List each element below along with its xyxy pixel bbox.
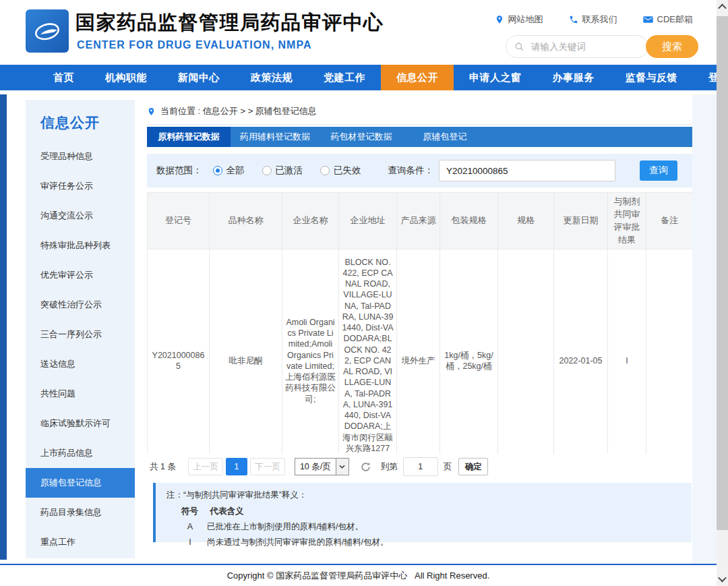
current-page-button[interactable]: 1 [226,458,247,475]
note-meaning-header: 代表含义 [210,506,243,516]
table-cell-7 [498,250,554,454]
nav-item-4[interactable]: 政策法规 [235,65,308,90]
chevron-down-scroll-icon [718,574,727,583]
quick-links: 网站地图联系我们CDE邮箱 [495,13,693,26]
column-header-7: 规格 [498,193,554,250]
nav-item-1[interactable]: 首页 [38,65,90,90]
page-title: 国家药品监督管理局药品审评中心 [75,9,384,36]
radio-icon [213,166,222,175]
column-header-5: 产品来源 [397,193,440,250]
column-header-6: 包装规格 [440,193,498,250]
scroll-down-button[interactable] [717,573,728,585]
sidebar-item-9[interactable]: 共性问题 [26,379,135,409]
sidebar-item-7[interactable]: 三合一序列公示 [26,320,135,349]
search-input[interactable] [530,41,652,53]
sidebar-item-11[interactable]: 上市药品信息 [26,438,135,468]
copyright-text: Copyright © 国家药品监督管理局药品审评中心 All Right Re… [227,570,490,582]
tab-3[interactable]: 药包材登记数据 [320,127,403,147]
nav-item-8[interactable]: 办事服务 [537,65,610,90]
radio-icon [320,166,330,175]
note-symbol-header: 符号 [181,506,198,516]
total-count: 共 1 条 [150,461,176,473]
sidebar-item-3[interactable]: 沟通交流公示 [26,201,135,231]
nav-item-6[interactable]: 信息公开 [381,65,454,90]
mail-icon [643,16,653,24]
next-page-button[interactable]: 下一页 [250,458,285,475]
note-meaning: 已批准在上市制剂使用的原料/辅料/包材。 [207,522,363,531]
table-cell-3: Amoli Organics Private Limited;Amoli Org… [282,250,339,454]
note-title: 注：“与制剂共同审评审批结果”释义： [166,490,692,501]
nav-item-7[interactable]: 申请人之窗 [454,65,537,90]
query-input[interactable] [439,160,615,181]
phone-icon [569,15,578,24]
site-header: 国家药品监督管理局药品审评中心 CENTER FOR DRUG EVALUATI… [0,0,728,65]
tab-bar: 原料药登记数据药用辅料登记数据药包材登记数据原辅包登记 [147,127,692,147]
column-header-9: 与制剂共同审评审批结果 [608,193,646,250]
tab-2[interactable]: 药用辅料登记数据 [231,127,320,147]
note-meaning: 尚未通过与制剂共同审评审批的原料/辅料/包材。 [207,537,388,547]
table-cell-2: 吡非尼酮 [210,250,282,454]
table-cell-1: Y20210000865 [148,250,210,454]
page: 国家药品监督管理局药品审评中心 CENTER FOR DRUG EVALUATI… [0,0,728,586]
sidebar-item-1[interactable]: 受理品种信息 [26,142,135,171]
scope-option-1[interactable]: 全部 [213,165,245,177]
quick-link-3[interactable]: CDE邮箱 [643,13,693,26]
sidebar-item-12[interactable]: 原辅包登记信息 [26,468,135,498]
tab-4[interactable]: 原辅包登记 [403,127,487,147]
location-pin-icon [147,107,156,117]
note-symbol: I [181,537,199,547]
query-label: 查询条件： [388,165,434,177]
confirm-button[interactable]: 确定 [458,458,488,475]
vertical-scrollbar[interactable] [717,0,728,586]
goto-page-input[interactable] [403,457,438,476]
sidebar-item-5[interactable]: 优先审评公示 [26,260,135,290]
search-button[interactable]: 搜索 [646,35,698,58]
note-rows: A已批准在上市制剂使用的原料/辅料/包材。I尚未通过与制剂共同审评审批的原料/辅… [166,521,692,548]
sidebar-item-6[interactable]: 突破性治疗公示 [26,290,135,320]
scope-option-2[interactable]: 已激活 [262,165,303,177]
nav-item-9[interactable]: 监督与反馈 [610,65,694,90]
scrollbar-thumb[interactable] [717,16,728,530]
page-size-select[interactable]: 10 条/页 [295,458,349,475]
sidebar-item-14[interactable]: 重点工作 [26,527,135,557]
quick-link-1[interactable]: 网站地图 [495,13,543,26]
chevron-up-icon [718,4,727,13]
column-header-10: 备注 [646,193,693,250]
data-table: 登记号品种名称企业名称企业地址产品来源包装规格规格更新日期与制剂共同审评审批结果… [147,192,692,454]
sidebar: 信息公开 受理品种信息审评任务公示沟通交流公示特殊审批品种列表优先审评公示突破性… [26,100,135,558]
column-header-8: 更新日期 [554,193,608,250]
prev-page-button[interactable]: 上一页 [188,458,223,475]
sidebar-item-13[interactable]: 药品目录集信息 [26,498,135,527]
filter-bar: 数据范围： 全部已激活已失效 查询条件： 查询 [147,154,692,187]
note-symbol: A [181,522,199,531]
tab-1[interactable]: 原料药登记数据 [147,127,231,147]
sidebar-item-4[interactable]: 特殊审批品种列表 [26,231,135,260]
goto-label: 到第 [381,461,398,473]
sidebar-item-10[interactable]: 临床试验默示许可 [26,409,135,438]
map-pin-icon [495,15,504,24]
note-row-1: A已批准在上市制剂使用的原料/辅料/包材。 [166,521,692,533]
sidebar-item-2[interactable]: 审评任务公示 [26,171,135,201]
search-box[interactable] [506,35,648,58]
cde-logo [26,9,69,53]
table-cell-10 [646,250,693,454]
query-button[interactable]: 查询 [640,160,677,181]
sidebar-item-8[interactable]: 送达信息 [26,349,135,379]
scope-option-3[interactable]: 已失效 [320,165,361,177]
search-icon [514,42,524,52]
page-size-value: 10 条/页 [295,461,336,473]
note-box: 注：“与制剂共同审评审批结果”释义： 符号 代表含义 A已批准在上市制剂使用的原… [153,483,692,542]
note-header: 符号 代表含义 [166,506,692,517]
scroll-up-button[interactable] [717,1,728,13]
nav-item-5[interactable]: 党建工作 [308,65,381,90]
quick-link-2[interactable]: 联系我们 [569,13,617,26]
main-nav: 首页机构职能新闻中心政策法规党建工作信息公开申请人之窗办事服务监督与反馈登记备案… [0,65,728,90]
results-table-wrap: 登记号品种名称企业名称企业地址产品来源包装规格规格更新日期与制剂共同审评审批结果… [147,192,692,454]
pagination: 共 1 条 上一页 1 下一页 10 条/页 到第 页 确定 [150,457,488,476]
table-cell-9: I [608,250,646,454]
nav-item-2[interactable]: 机构职能 [90,65,162,90]
refresh-icon[interactable] [360,461,371,473]
nav-item-3[interactable]: 新闻中心 [162,65,235,90]
right-pale-strip [692,94,717,564]
sidebar-title: 信息公开 [26,113,135,142]
